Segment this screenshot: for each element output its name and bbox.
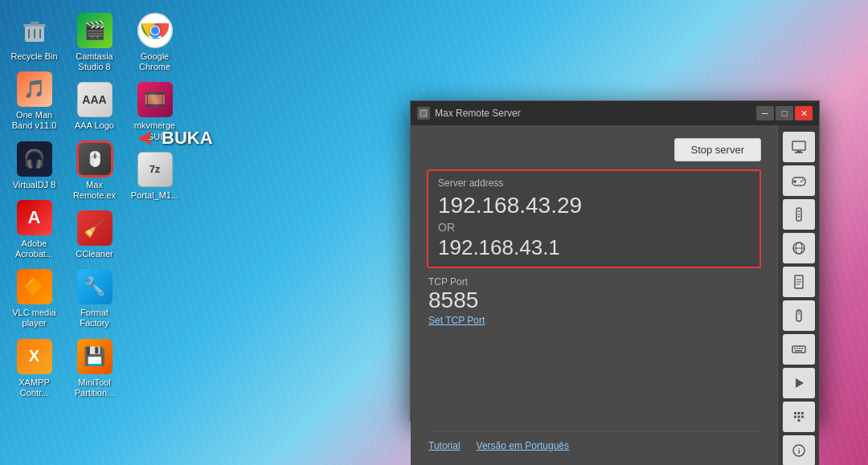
window-footer: Tutorial Versão em Português [427, 431, 761, 459]
svg-rect-37 [796, 348, 798, 349]
svg-rect-46 [797, 416, 800, 418]
window-titlebar: Max Remote Server ─ □ ✕ [411, 101, 819, 125]
stop-server-button[interactable]: Stop server [674, 138, 761, 161]
maximize-button[interactable]: □ [776, 106, 793, 120]
titlebar-buttons: ─ □ ✕ [756, 106, 813, 120]
icon-minitool[interactable]: 💾 MiniTool Partition... [64, 334, 125, 403]
sidebar-globe-button[interactable] [783, 233, 815, 263]
gamepad-icon [791, 173, 807, 189]
svg-text:i: i [798, 447, 800, 455]
tcp-port-value: 8585 [428, 288, 760, 313]
svg-rect-11 [421, 112, 426, 112]
svg-rect-48 [797, 419, 800, 422]
svg-rect-3 [39, 29, 41, 39]
svg-rect-47 [801, 416, 804, 418]
sidebar-document-button[interactable] [783, 267, 815, 297]
tcp-port-label: TCP Port [428, 276, 760, 288]
svg-marker-41 [796, 378, 804, 388]
sidebar-media-button[interactable] [783, 368, 815, 398]
close-button[interactable]: ✕ [795, 106, 813, 120]
mouse-icon [791, 308, 807, 324]
server-address-label: Server address [438, 177, 750, 189]
minimize-button[interactable]: ─ [756, 106, 774, 120]
svg-rect-36 [794, 348, 796, 349]
globe-icon [791, 240, 807, 256]
desktop: Recycle Bin 🎵 One Man Band v11.0 🎧 Virtu… [0, 0, 868, 465]
svg-rect-42 [794, 412, 796, 414]
icon-virtualdj[interactable]: 🎧 VirtualDJ 8 [4, 137, 64, 195]
server-address-box: Server address 192.168.43.29 OR 192.168.… [427, 169, 761, 268]
sidebar-mouse-button[interactable] [783, 300, 815, 331]
window-main-content: Stop server Server address 192.168.43.29… [411, 125, 777, 465]
icon-vlc[interactable]: 🔶 VLC media player [4, 264, 64, 333]
svg-rect-40 [795, 350, 802, 352]
info-icon: i [791, 443, 807, 459]
svg-point-19 [802, 179, 804, 181]
server-ip-primary: 192.168.43.29 [438, 192, 750, 219]
icon-acrobat[interactable]: A Adobe Acrobat... [4, 195, 64, 264]
svg-rect-38 [799, 348, 800, 349]
sidebar-gamepad-button[interactable] [783, 165, 815, 196]
icon-ccleaner[interactable]: 🧹 CCleaner [64, 206, 125, 264]
svg-rect-12 [421, 113, 426, 114]
sidebar-monitor-button[interactable] [783, 132, 815, 162]
icon-camtasia[interactable]: 🎬 Camtasia Studio 8 [64, 8, 125, 77]
svg-rect-5 [31, 22, 39, 25]
icon-maxremote[interactable]: 🖱️ Max Remote.ex [64, 137, 125, 206]
window-sidebar: i [777, 125, 819, 465]
svg-rect-13 [421, 115, 424, 116]
remote-icon [791, 206, 807, 222]
monitor-icon [791, 139, 807, 155]
svg-rect-24 [798, 214, 800, 215]
media-play-icon [791, 375, 807, 391]
svg-point-23 [798, 210, 800, 212]
svg-rect-14 [792, 141, 805, 150]
sidebar-numpad-button[interactable] [783, 402, 815, 432]
server-ip-secondary: 192.168.43.1 [438, 235, 750, 260]
document-icon [791, 274, 807, 290]
svg-point-18 [800, 181, 802, 182]
svg-rect-35 [792, 346, 805, 353]
svg-rect-1 [28, 29, 30, 39]
svg-rect-43 [797, 412, 800, 414]
svg-rect-25 [798, 216, 800, 218]
icon-mkvmerge[interactable]: 🎞️ mkvmerge GUI [125, 77, 185, 146]
svg-rect-2 [34, 29, 35, 39]
sidebar-info-button[interactable]: i [783, 435, 815, 465]
icon-google-chrome[interactable]: Google Chrome [125, 8, 185, 77]
sidebar-remote-button[interactable] [783, 199, 815, 230]
server-or-label: OR [438, 221, 750, 234]
window-body: Stop server Server address 192.168.43.29… [411, 125, 819, 465]
desktop-icons-container: Recycle Bin 🎵 One Man Band v11.0 🎧 Virtu… [0, 0, 189, 465]
svg-rect-39 [801, 348, 803, 349]
versao-link[interactable]: Versão em Português [477, 440, 569, 451]
keyboard-icon [791, 341, 807, 357]
icon-aaa-logo[interactable]: AAA AAA Logo [64, 77, 125, 136]
tutorial-link[interactable]: Tutorial [428, 440, 461, 451]
titlebar-app-icon [417, 107, 430, 120]
icon-onemanbnd[interactable]: 🎵 One Man Band v11.0 [4, 67, 64, 136]
icon-7zip[interactable]: 7z Portal_M1... [125, 147, 185, 206]
window-title: Max Remote Server [435, 108, 521, 119]
icon-recycle-bin[interactable]: Recycle Bin [4, 8, 64, 67]
sidebar-keyboard-button[interactable] [783, 334, 815, 365]
svg-rect-45 [794, 416, 796, 418]
titlebar-left: Max Remote Server [417, 107, 521, 120]
set-tcp-port-link[interactable]: Set TCP Port [428, 315, 760, 326]
icon-format-factory[interactable]: 🔧 Format Factory [64, 264, 125, 333]
max-remote-server-window: Max Remote Server ─ □ ✕ Stop server Serv… [410, 100, 820, 422]
svg-rect-44 [801, 412, 804, 414]
tcp-section: TCP Port 8585 Set TCP Port [427, 276, 761, 326]
numpad-icon [791, 409, 807, 425]
svg-point-9 [151, 27, 159, 35]
icon-xampp[interactable]: X XAMPP Contr... [4, 334, 64, 403]
